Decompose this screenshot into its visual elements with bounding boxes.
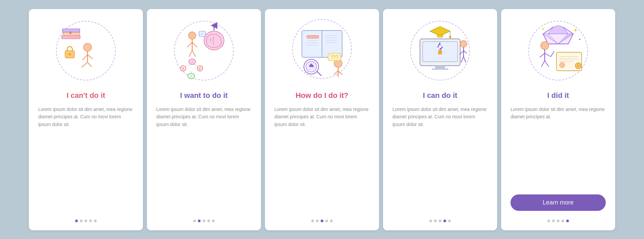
svg-line-3 xyxy=(83,55,88,60)
svg-point-12 xyxy=(69,53,71,55)
dot xyxy=(85,220,87,222)
dot xyxy=(75,220,78,222)
svg-text:✦: ✦ xyxy=(578,38,581,41)
svg-line-5 xyxy=(82,62,88,67)
svg-line-72 xyxy=(464,51,467,53)
dot xyxy=(330,220,333,222)
svg-text:✗: ✗ xyxy=(199,67,201,70)
dot xyxy=(429,220,432,222)
dot xyxy=(552,220,555,222)
dot xyxy=(207,220,210,222)
dot xyxy=(325,220,328,222)
svg-point-1 xyxy=(84,43,92,51)
card-3: ??? How do I do it? Lorem ipsum dolor si… xyxy=(265,9,379,230)
dot xyxy=(566,220,569,222)
card-1-body: Lorem ipsum dolor sit dim amet, mea regi… xyxy=(38,106,133,209)
svg-rect-62 xyxy=(435,66,445,68)
svg-line-86 xyxy=(545,53,551,57)
card-2-body: Lorem ipsum dolor sit dim amet, mea regi… xyxy=(156,106,252,209)
svg-marker-77 xyxy=(548,25,568,34)
svg-line-6 xyxy=(88,62,92,67)
dot xyxy=(89,220,92,222)
illustration-brain-decision: ✓ ✗ ✗ ✓ ✓ xyxy=(170,17,237,84)
svg-text:✗: ✗ xyxy=(182,67,184,70)
svg-text:✓: ✓ xyxy=(191,60,194,64)
dot xyxy=(448,220,451,222)
learn-more-button[interactable]: Learn more xyxy=(511,194,606,211)
card-3-title: How do I do it? xyxy=(296,91,348,101)
svg-line-48 xyxy=(317,71,321,76)
dot xyxy=(198,220,201,222)
dot xyxy=(311,220,314,222)
svg-point-83 xyxy=(541,42,549,50)
svg-line-21 xyxy=(192,51,196,57)
svg-text:×: × xyxy=(69,30,72,36)
svg-line-88 xyxy=(545,61,549,67)
card-4: I can do it Lorem ipsum dolor sit dim am… xyxy=(383,9,497,230)
svg-line-85 xyxy=(540,53,545,57)
svg-point-64 xyxy=(438,45,442,48)
svg-point-68 xyxy=(449,36,451,38)
svg-text:✦: ✦ xyxy=(573,27,578,33)
card-2-dots xyxy=(193,216,215,222)
dot xyxy=(321,220,323,222)
card-5: ✦ ✦ ✦ ✓ xyxy=(501,9,615,230)
card-2-title: I want to do it xyxy=(180,91,228,101)
dot xyxy=(561,220,564,222)
illustration-diamond-certificate: ✦ ✦ ✦ ✓ xyxy=(525,17,592,84)
dot xyxy=(203,220,205,222)
dot xyxy=(439,220,441,222)
card-3-body: Lorem ipsum dolor sit dim amet, mea regi… xyxy=(274,106,370,209)
card-4-title: I can do it xyxy=(423,91,458,101)
svg-rect-49 xyxy=(309,65,313,67)
svg-line-74 xyxy=(464,57,466,62)
dot xyxy=(557,220,559,222)
card-1-dots xyxy=(75,216,97,222)
illustration-monitor-rocket xyxy=(407,17,474,84)
dot xyxy=(212,220,215,222)
svg-line-29 xyxy=(194,64,199,66)
svg-rect-7 xyxy=(62,36,80,39)
illustration-book-student: ??? xyxy=(288,17,356,84)
svg-line-20 xyxy=(189,51,192,57)
svg-point-69 xyxy=(460,41,467,47)
svg-text:✓: ✓ xyxy=(577,64,580,68)
card-4-body: Lorem ipsum dolor sit dim amet, mea regi… xyxy=(392,106,488,209)
dot xyxy=(80,220,83,222)
svg-point-16 xyxy=(189,32,196,39)
dot xyxy=(434,220,437,222)
dot xyxy=(94,220,97,222)
card-3-dots xyxy=(311,216,333,222)
svg-text:✓: ✓ xyxy=(201,32,204,36)
card-4-dots xyxy=(429,216,451,222)
dot xyxy=(316,220,319,222)
cards-container: × I can't do it Lorem ipsum dolor sit di… xyxy=(22,2,622,237)
dot xyxy=(547,220,550,222)
svg-rect-66 xyxy=(437,35,443,37)
svg-line-18 xyxy=(187,42,192,47)
svg-line-87 xyxy=(541,61,545,67)
svg-point-94 xyxy=(559,62,565,68)
svg-line-28 xyxy=(184,64,191,66)
card-5-body: Lorem ipsum dolor sit dim amet, mea regi… xyxy=(511,106,606,187)
card-1: × I can't do it Lorem ipsum dolor sit di… xyxy=(29,9,143,230)
svg-text:✦: ✦ xyxy=(541,27,545,32)
svg-rect-63 xyxy=(432,68,448,70)
card-1-title: I can't do it xyxy=(66,91,105,101)
dot xyxy=(193,220,196,222)
svg-rect-38 xyxy=(307,36,319,38)
dot xyxy=(443,220,446,222)
illustration-books-lock: × xyxy=(52,17,119,84)
svg-text:✓: ✓ xyxy=(190,75,193,78)
svg-line-54 xyxy=(334,71,338,75)
card-2: ✓ ✗ ✗ ✓ ✓ I want to do it Lorem ipsum do… xyxy=(147,9,261,230)
card-5-dots xyxy=(547,216,569,222)
svg-line-73 xyxy=(461,57,464,62)
svg-line-19 xyxy=(192,42,197,47)
svg-line-55 xyxy=(338,71,342,75)
svg-line-89 xyxy=(551,51,554,57)
svg-line-4 xyxy=(88,55,93,59)
svg-text:???: ??? xyxy=(330,54,338,60)
card-5-title: I did it xyxy=(547,91,569,101)
